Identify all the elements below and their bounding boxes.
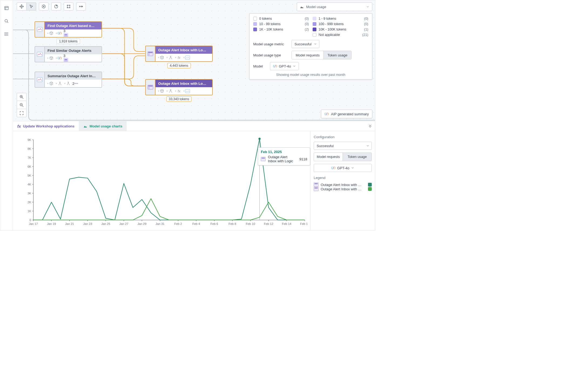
svg-text:Feb 6: Feb 6	[211, 222, 218, 225]
svg-text:Jan 29: Jan 29	[137, 222, 146, 225]
svg-text:1K: 1K	[28, 209, 31, 213]
img-icon	[185, 89, 190, 93]
legend-item[interactable]: 0 tokens(0)	[253, 17, 309, 21]
svg-text:5K: 5K	[28, 174, 31, 177]
graph-canvas[interactable]: Find Outage Alert based o… × × 3 1,918 t…	[13, 0, 375, 121]
fn-icon	[168, 55, 173, 60]
node-type-icon	[35, 46, 44, 62]
node-title: Find Outage Alert based o…	[45, 22, 102, 29]
legend-item[interactable]: Outage Alert Inbox with …	[314, 182, 372, 187]
cfg-metric-select[interactable]: Successful	[314, 142, 372, 150]
svg-text:Jan 27: Jan 27	[119, 222, 128, 225]
svg-rect-49	[148, 86, 153, 87]
node-count: 3	[63, 54, 65, 58]
node-type-icon	[145, 46, 155, 62]
svg-text:2K: 2K	[28, 201, 31, 204]
node-title: Summarize Outage Alert In…	[45, 72, 102, 80]
svg-rect-52	[185, 89, 190, 93]
metric-select[interactable]: Successful	[292, 40, 319, 48]
config-panel: Configuration Successful Model requestsT…	[310, 131, 375, 230]
left-rail	[0, 0, 13, 230]
node-find-outage-alert[interactable]: Find Outage Alert based o… × × 3 1,918 t…	[35, 21, 102, 38]
overlay-dropdown-label: Model usage	[306, 5, 326, 9]
tab-model-usage-charts[interactable]: Model usage charts	[79, 121, 127, 131]
tab-update-workshop[interactable]: fx Update Workshop applications	[13, 121, 79, 131]
chart-area[interactable]: 01K2K3K4K5K6K7K8K9KJan 17Jan 19Jan 21Jan…	[13, 131, 310, 230]
cube-icon	[49, 56, 54, 60]
node-body: × × 3	[45, 29, 102, 37]
aip-icon	[58, 56, 62, 60]
svg-text:Jan 23: Jan 23	[83, 222, 92, 225]
module-badge-icon	[63, 33, 68, 38]
img-icon	[185, 55, 190, 60]
svg-rect-45	[148, 53, 150, 55]
legend-item[interactable]: 10K - 100K tokens(1)	[313, 28, 368, 31]
cube-icon	[49, 31, 54, 36]
legend-item[interactable]: 1K - 10K tokens(2)	[253, 28, 309, 31]
model-select[interactable]: GPT-4o	[270, 62, 299, 70]
fx-icon: fx	[177, 55, 181, 60]
svg-rect-44	[148, 52, 153, 53]
aip-summary-button[interactable]: AIP generated summary	[321, 110, 372, 118]
svg-rect-36	[65, 34, 67, 35]
svg-text:Feb 14: Feb 14	[282, 222, 292, 225]
svg-text:Jan 17: Jan 17	[29, 222, 38, 225]
cube-icon	[160, 55, 164, 60]
legend-item[interactable]: 1 - 9 tokens(0)	[313, 17, 368, 21]
seg-model-requests[interactable]: Model requests	[314, 153, 343, 161]
node-outage-inbox-b[interactable]: Outage Alert Inbox with Lo… × × ×fx × 33…	[145, 79, 213, 95]
svg-text:Feb 10: Feb 10	[246, 222, 255, 225]
node-title: Outage Alert Inbox with Lo…	[156, 46, 212, 54]
overlay-dropdown[interactable]: Model usage	[297, 2, 372, 11]
svg-point-8	[5, 33, 5, 33]
seg-token-usage[interactable]: Token usage	[343, 153, 371, 161]
svg-text:9K: 9K	[28, 138, 31, 141]
node-title: Outage Alert Inbox with Lo…	[156, 80, 212, 87]
search-icon[interactable]	[2, 17, 11, 25]
svg-point-108	[258, 138, 261, 140]
rail-panel-icon[interactable]	[2, 4, 11, 12]
seg-token-usage[interactable]: Token usage	[323, 51, 351, 59]
svg-text:Feb 8: Feb 8	[229, 222, 236, 225]
svg-text:Feb 2: Feb 2	[174, 222, 182, 225]
type-label: Model usage type	[253, 53, 288, 57]
legend-item[interactable]: 10 - 99 tokens(0)	[253, 22, 309, 26]
node-title: Find Similar Outage Alerts	[45, 47, 102, 54]
node-outage-inbox-a[interactable]: Outage Alert Inbox with Lo… × × ×fx × 4,…	[145, 46, 213, 62]
fn-icon	[66, 81, 71, 86]
legend-item[interactable]: Not applicable(21)	[313, 33, 368, 37]
svg-rect-0	[5, 6, 8, 10]
node-summarize-outage-alert[interactable]: Summarize Outage Alert In… × × × 2•••	[35, 72, 102, 88]
svg-line-4	[7, 22, 8, 23]
node-count: 2	[72, 82, 74, 86]
type-segment: Model requestsToken usage	[292, 51, 352, 59]
fn-icon	[58, 81, 62, 86]
cfg-model-select[interactable]: GPT-4o	[314, 164, 372, 172]
svg-text:Jan 25: Jan 25	[101, 222, 110, 225]
config-title: Configuration	[314, 135, 372, 139]
legend-title: Legend	[314, 176, 372, 180]
svg-point-10	[5, 35, 5, 36]
token-pill: 33,343 tokens	[166, 96, 191, 102]
svg-point-9	[5, 34, 5, 34]
cube-icon	[49, 81, 54, 86]
legend-item[interactable]: Outage Alert Inbox with …	[314, 187, 372, 191]
main-column: Find Outage Alert based o… × × 3 1,918 t…	[13, 0, 375, 230]
legend-item[interactable]: 100 - 999 tokens(0)	[313, 22, 368, 26]
svg-rect-50	[148, 87, 150, 89]
collapse-panel-icon[interactable]	[365, 121, 375, 131]
token-pill: 1,918 tokens	[57, 39, 80, 44]
svg-text:Jan 21: Jan 21	[65, 222, 74, 225]
seg-model-requests[interactable]: Model requests	[292, 51, 323, 59]
node-find-similar-alerts[interactable]: Find Similar Outage Alerts × × 3	[35, 46, 102, 62]
svg-text:0: 0	[29, 218, 31, 222]
list-icon[interactable]	[2, 30, 11, 38]
token-pill: 4,443 tokens	[167, 63, 191, 68]
node-type-icon	[145, 79, 155, 95]
legend-panel: 0 tokens(0)1 - 9 tokens(0)10 - 99 tokens…	[249, 13, 372, 80]
svg-text:Feb 16: Feb 16	[300, 222, 307, 225]
svg-text:6K: 6K	[28, 165, 31, 168]
svg-text:4K: 4K	[28, 183, 31, 186]
node-count: 3	[63, 29, 65, 33]
svg-rect-40	[65, 59, 67, 60]
